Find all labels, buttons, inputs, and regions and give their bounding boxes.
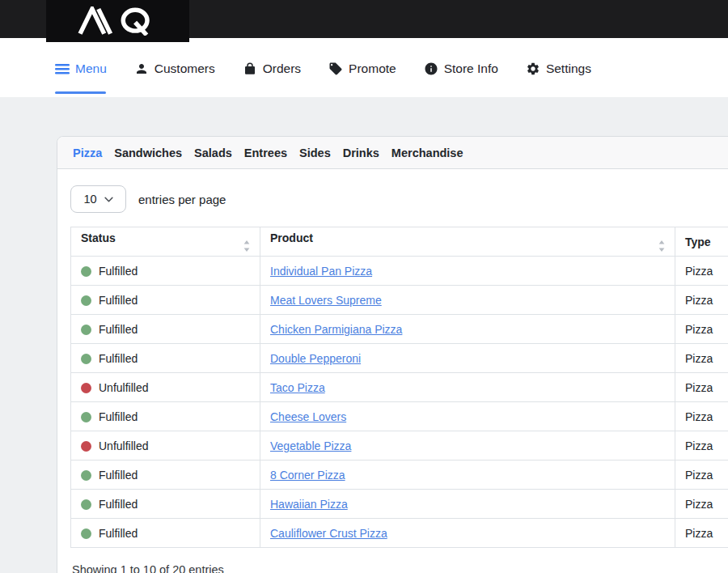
type-label: Pizza	[685, 469, 713, 482]
nav-label-menu: Menu	[75, 62, 107, 76]
nav-label-customers: Customers	[154, 62, 215, 76]
product-link[interactable]: Vegetable Pizza	[270, 439, 351, 452]
product-link[interactable]: Hawaiian Pizza	[270, 498, 348, 511]
info-icon	[424, 62, 438, 76]
tag-icon	[328, 62, 343, 76]
type-label: Pizza	[685, 265, 713, 278]
sort-product-icon[interactable]	[658, 240, 665, 252]
column-header-status[interactable]: Status	[71, 227, 260, 257]
product-link[interactable]: Meat Lovers Supreme	[270, 294, 382, 307]
product-cell: Vegetable Pizza	[260, 431, 675, 461]
status-dot-icon	[81, 528, 91, 539]
product-link[interactable]: Cheese Lovers	[270, 410, 346, 423]
category-tabs: Pizza Sandwiches Salads Entrees Sides Dr…	[57, 137, 728, 169]
status-label: Fulfilled	[99, 265, 138, 278]
bag-icon	[243, 62, 257, 76]
active-nav-underline	[55, 91, 106, 94]
card-body: 10 entries per page Status	[57, 169, 728, 573]
type-label: Pizza	[685, 527, 713, 540]
product-cell: Double Pepperoni	[260, 344, 675, 373]
tab-entrees[interactable]: Entrees	[244, 146, 287, 159]
nav-label-store-info: Store Info	[444, 62, 498, 76]
type-cell: Pizza	[675, 257, 728, 286]
status-label: Fulfilled	[99, 527, 138, 540]
nav-item-promote[interactable]: Promote	[328, 62, 396, 76]
products-table: Status Product Type	[70, 227, 728, 548]
status-cell: Fulfilled	[71, 315, 260, 344]
nav-label-promote: Promote	[349, 62, 396, 76]
nav-label-orders: Orders	[263, 62, 301, 76]
gear-icon	[526, 62, 540, 76]
status-cell: Fulfilled	[71, 402, 260, 431]
product-link[interactable]: Chicken Parmigiana Pizza	[270, 323, 402, 336]
type-cell: Pizza	[675, 519, 728, 548]
type-cell: Pizza	[675, 315, 728, 344]
person-icon	[134, 62, 149, 76]
type-cell: Pizza	[675, 431, 728, 461]
status-label: Fulfilled	[99, 294, 138, 307]
tab-sides[interactable]: Sides	[299, 146, 331, 159]
type-cell: Pizza	[675, 286, 728, 315]
tab-salads[interactable]: Salads	[194, 146, 232, 159]
nav-item-settings[interactable]: Settings	[526, 62, 591, 76]
status-label: Fulfilled	[99, 352, 138, 365]
table-row: Fulfilled Double Pepperoni Pizza	[71, 344, 728, 373]
product-cell: Chicken Parmigiana Pizza	[260, 315, 675, 344]
aiq-logo-icon	[73, 6, 163, 36]
tab-sandwiches[interactable]: Sandwiches	[114, 146, 182, 159]
status-label: Unfulfilled	[99, 439, 148, 452]
entries-per-page-value: 10	[83, 193, 96, 206]
status-label: Unfulfilled	[99, 381, 148, 394]
type-header-label: Type	[685, 236, 711, 248]
nav-item-customers[interactable]: Customers	[134, 62, 215, 76]
entries-per-page-label: entries per page	[138, 193, 226, 206]
nav-label-settings: Settings	[546, 62, 591, 76]
table-row: Fulfilled 8 Corner Pizza Pizza	[71, 461, 728, 490]
product-cell: Taco Pizza	[260, 373, 675, 402]
brand-logo[interactable]	[46, 0, 189, 42]
nav-item-orders[interactable]: Orders	[243, 62, 301, 76]
status-cell: Fulfilled	[71, 490, 260, 519]
table-header-row: Status Product Type	[71, 227, 728, 257]
main-navbar: Menu Customers Orders Promote Store Info	[0, 38, 728, 97]
status-label: Fulfilled	[99, 498, 138, 511]
status-dot-icon	[81, 470, 91, 481]
product-cell: 8 Corner Pizza	[260, 461, 675, 490]
product-link[interactable]: Individual Pan Pizza	[270, 265, 372, 278]
tab-pizza[interactable]: Pizza	[73, 146, 102, 159]
type-label: Pizza	[685, 410, 713, 423]
status-dot-icon	[81, 412, 91, 422]
chevron-down-icon	[104, 197, 113, 202]
table-row: Fulfilled Cheese Lovers Pizza	[71, 402, 728, 431]
type-label: Pizza	[685, 381, 713, 394]
product-link[interactable]: Double Pepperoni	[270, 352, 361, 365]
entries-summary: Showing 1 to 10 of 20 entries	[70, 563, 728, 573]
page-size-row: 10 entries per page	[70, 185, 728, 213]
tab-merchandise[interactable]: Merchandise	[392, 146, 463, 159]
table-body: Fulfilled Individual Pan Pizza Pizza Ful…	[71, 257, 728, 548]
status-header-label: Status	[81, 231, 116, 244]
status-cell: Unfulfilled	[71, 373, 260, 402]
type-cell: Pizza	[675, 490, 728, 519]
product-link[interactable]: Taco Pizza	[270, 381, 325, 394]
type-label: Pizza	[685, 352, 713, 365]
column-header-product[interactable]: Product	[260, 227, 675, 257]
nav-item-menu[interactable]: Menu	[55, 62, 107, 76]
status-dot-icon	[81, 354, 91, 364]
status-cell: Fulfilled	[71, 461, 260, 490]
product-link[interactable]: Cauliflower Crust Pizza	[270, 527, 387, 540]
menu-card: Pizza Sandwiches Salads Entrees Sides Dr…	[57, 136, 728, 573]
status-dot-icon	[81, 295, 91, 306]
sort-status-icon[interactable]	[243, 240, 250, 252]
column-header-type[interactable]: Type	[675, 227, 728, 257]
tab-drinks[interactable]: Drinks	[343, 146, 379, 159]
type-cell: Pizza	[675, 344, 728, 373]
table-row: Fulfilled Cauliflower Crust Pizza Pizza	[71, 519, 728, 548]
product-cell: Cheese Lovers	[260, 402, 675, 431]
table-row: Fulfilled Chicken Parmigiana Pizza Pizza	[71, 315, 728, 344]
status-label: Fulfilled	[99, 323, 138, 336]
nav-item-store-info[interactable]: Store Info	[424, 62, 498, 76]
table-row: Unfulfilled Vegetable Pizza Pizza	[71, 431, 728, 461]
product-link[interactable]: 8 Corner Pizza	[270, 469, 345, 482]
entries-per-page-select[interactable]: 10	[70, 185, 126, 213]
